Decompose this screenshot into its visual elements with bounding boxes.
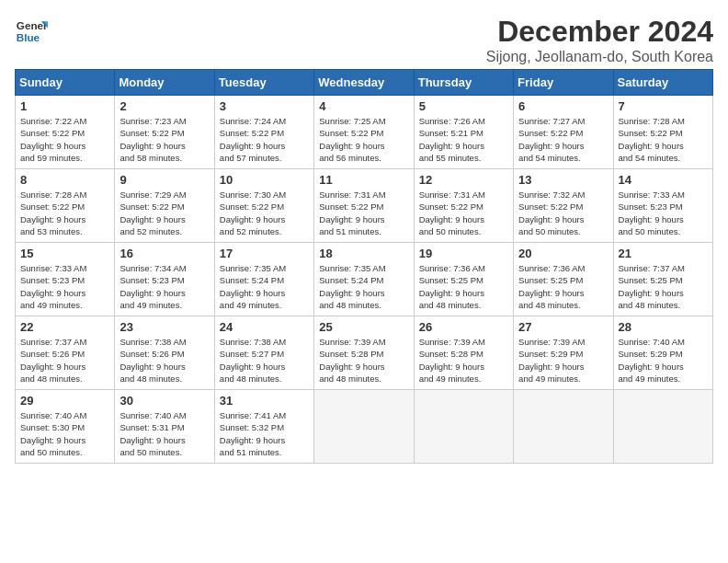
calendar-day-cell: 27Sunrise: 7:39 AM Sunset: 5:29 PM Dayli… [514, 316, 613, 390]
day-info: Sunrise: 7:38 AM Sunset: 5:27 PM Dayligh… [220, 336, 309, 385]
day-info: Sunrise: 7:37 AM Sunset: 5:25 PM Dayligh… [619, 262, 708, 311]
calendar-day-cell [613, 390, 712, 464]
calendar-header-row: SundayMondayTuesdayWednesdayThursdayFrid… [16, 70, 713, 96]
calendar-day-cell: 20Sunrise: 7:36 AM Sunset: 5:25 PM Dayli… [514, 243, 613, 316]
day-number: 20 [518, 247, 608, 260]
calendar-day-cell: 14Sunrise: 7:33 AM Sunset: 5:23 PM Dayli… [613, 169, 712, 243]
day-of-week-header: Thursday [414, 70, 513, 96]
day-of-week-header: Sunday [16, 70, 115, 96]
day-number: 9 [119, 173, 209, 187]
calendar-week-row: 1Sunrise: 7:22 AM Sunset: 5:22 PM Daylig… [16, 96, 713, 169]
calendar-day-cell: 21Sunrise: 7:37 AM Sunset: 5:25 PM Dayli… [613, 243, 712, 316]
calendar-day-cell: 24Sunrise: 7:38 AM Sunset: 5:27 PM Dayli… [214, 316, 313, 390]
calendar-day-cell: 6Sunrise: 7:27 AM Sunset: 5:22 PM Daylig… [514, 96, 613, 169]
calendar-day-cell: 1Sunrise: 7:22 AM Sunset: 5:22 PM Daylig… [16, 96, 115, 169]
day-number: 6 [518, 99, 608, 113]
calendar-day-cell: 9Sunrise: 7:29 AM Sunset: 5:22 PM Daylig… [115, 169, 214, 243]
day-info: Sunrise: 7:35 AM Sunset: 5:24 PM Dayligh… [220, 262, 309, 311]
calendar-day-cell: 25Sunrise: 7:39 AM Sunset: 5:28 PM Dayli… [314, 316, 414, 390]
calendar-day-cell: 5Sunrise: 7:26 AM Sunset: 5:21 PM Daylig… [414, 96, 513, 169]
day-of-week-header: Tuesday [214, 70, 313, 96]
day-number: 5 [419, 99, 508, 113]
day-info: Sunrise: 7:36 AM Sunset: 5:25 PM Dayligh… [518, 262, 608, 311]
day-number: 16 [119, 247, 209, 260]
day-of-week-header: Monday [115, 70, 214, 96]
calendar-week-row: 8Sunrise: 7:28 AM Sunset: 5:22 PM Daylig… [16, 169, 713, 243]
day-number: 24 [220, 320, 309, 334]
calendar-table: SundayMondayTuesdayWednesdayThursdayFrid… [15, 69, 713, 464]
day-number: 15 [20, 247, 109, 260]
day-number: 29 [20, 394, 109, 408]
svg-text:Blue: Blue [17, 31, 40, 43]
day-info: Sunrise: 7:40 AM Sunset: 5:31 PM Dayligh… [119, 409, 209, 458]
day-info: Sunrise: 7:36 AM Sunset: 5:25 PM Dayligh… [419, 262, 508, 311]
svg-text:General: General [17, 19, 48, 31]
day-number: 7 [619, 99, 708, 113]
calendar-day-cell [414, 390, 513, 464]
day-number: 13 [518, 173, 608, 187]
day-info: Sunrise: 7:33 AM Sunset: 5:23 PM Dayligh… [20, 262, 109, 311]
day-info: Sunrise: 7:33 AM Sunset: 5:23 PM Dayligh… [619, 189, 708, 237]
day-info: Sunrise: 7:29 AM Sunset: 5:22 PM Dayligh… [119, 189, 209, 237]
calendar-day-cell: 10Sunrise: 7:30 AM Sunset: 5:22 PM Dayli… [214, 169, 313, 243]
logo-icon: General Blue [15, 15, 48, 48]
day-number: 22 [20, 320, 109, 334]
calendar-day-cell: 28Sunrise: 7:40 AM Sunset: 5:29 PM Dayli… [613, 316, 712, 390]
day-number: 3 [220, 99, 309, 113]
day-info: Sunrise: 7:40 AM Sunset: 5:29 PM Dayligh… [619, 336, 708, 385]
calendar-day-cell: 15Sunrise: 7:33 AM Sunset: 5:23 PM Dayli… [16, 243, 115, 316]
day-info: Sunrise: 7:30 AM Sunset: 5:22 PM Dayligh… [220, 189, 309, 237]
day-info: Sunrise: 7:39 AM Sunset: 5:28 PM Dayligh… [419, 336, 508, 385]
calendar-day-cell: 11Sunrise: 7:31 AM Sunset: 5:22 PM Dayli… [314, 169, 414, 243]
calendar-day-cell: 19Sunrise: 7:36 AM Sunset: 5:25 PM Dayli… [414, 243, 513, 316]
day-number: 19 [419, 247, 508, 260]
calendar-day-cell: 18Sunrise: 7:35 AM Sunset: 5:24 PM Dayli… [314, 243, 414, 316]
calendar-day-cell: 23Sunrise: 7:38 AM Sunset: 5:26 PM Dayli… [115, 316, 214, 390]
calendar-subtitle: Sijong, Jeollanam-do, South Korea [486, 49, 713, 65]
day-number: 26 [419, 320, 508, 334]
calendar-day-cell: 2Sunrise: 7:23 AM Sunset: 5:22 PM Daylig… [115, 96, 214, 169]
calendar-day-cell: 16Sunrise: 7:34 AM Sunset: 5:23 PM Dayli… [115, 243, 214, 316]
day-number: 10 [220, 173, 309, 187]
day-info: Sunrise: 7:23 AM Sunset: 5:22 PM Dayligh… [119, 115, 209, 164]
calendar-day-cell: 31Sunrise: 7:41 AM Sunset: 5:32 PM Dayli… [214, 390, 313, 464]
calendar-day-cell: 17Sunrise: 7:35 AM Sunset: 5:24 PM Dayli… [214, 243, 313, 316]
calendar-body: 1Sunrise: 7:22 AM Sunset: 5:22 PM Daylig… [16, 96, 713, 464]
title-block: December 2024 Sijong, Jeollanam-do, Sout… [486, 15, 713, 65]
day-number: 17 [220, 247, 309, 260]
calendar-day-cell: 13Sunrise: 7:32 AM Sunset: 5:22 PM Dayli… [514, 169, 613, 243]
calendar-day-cell: 30Sunrise: 7:40 AM Sunset: 5:31 PM Dayli… [115, 390, 214, 464]
calendar-day-cell: 29Sunrise: 7:40 AM Sunset: 5:30 PM Dayli… [16, 390, 115, 464]
calendar-day-cell: 22Sunrise: 7:37 AM Sunset: 5:26 PM Dayli… [16, 316, 115, 390]
calendar-day-cell [514, 390, 613, 464]
calendar-day-cell: 8Sunrise: 7:28 AM Sunset: 5:22 PM Daylig… [16, 169, 115, 243]
day-number: 4 [319, 99, 408, 113]
day-number: 1 [20, 99, 109, 113]
day-of-week-header: Saturday [613, 70, 712, 96]
calendar-day-cell: 26Sunrise: 7:39 AM Sunset: 5:28 PM Dayli… [414, 316, 513, 390]
day-number: 11 [319, 173, 408, 187]
day-info: Sunrise: 7:22 AM Sunset: 5:22 PM Dayligh… [20, 115, 109, 164]
calendar-day-cell: 7Sunrise: 7:28 AM Sunset: 5:22 PM Daylig… [613, 96, 712, 169]
calendar-day-cell: 3Sunrise: 7:24 AM Sunset: 5:22 PM Daylig… [214, 96, 313, 169]
calendar-day-cell: 4Sunrise: 7:25 AM Sunset: 5:22 PM Daylig… [314, 96, 414, 169]
day-info: Sunrise: 7:38 AM Sunset: 5:26 PM Dayligh… [119, 336, 209, 385]
logo: General Blue [15, 15, 48, 48]
day-info: Sunrise: 7:35 AM Sunset: 5:24 PM Dayligh… [319, 262, 408, 311]
day-of-week-header: Wednesday [314, 70, 414, 96]
day-number: 8 [20, 173, 109, 187]
calendar-week-row: 29Sunrise: 7:40 AM Sunset: 5:30 PM Dayli… [16, 390, 713, 464]
day-number: 23 [119, 320, 209, 334]
day-number: 12 [419, 173, 508, 187]
day-info: Sunrise: 7:24 AM Sunset: 5:22 PM Dayligh… [220, 115, 309, 164]
day-info: Sunrise: 7:39 AM Sunset: 5:29 PM Dayligh… [518, 336, 608, 385]
day-info: Sunrise: 7:34 AM Sunset: 5:23 PM Dayligh… [119, 262, 209, 311]
day-number: 31 [220, 394, 309, 408]
calendar-title: December 2024 [486, 15, 713, 49]
day-number: 21 [619, 247, 708, 260]
day-info: Sunrise: 7:28 AM Sunset: 5:22 PM Dayligh… [20, 189, 109, 237]
day-number: 25 [319, 320, 408, 334]
day-info: Sunrise: 7:25 AM Sunset: 5:22 PM Dayligh… [319, 115, 408, 164]
day-of-week-header: Friday [514, 70, 613, 96]
calendar-day-cell: 12Sunrise: 7:31 AM Sunset: 5:22 PM Dayli… [414, 169, 513, 243]
